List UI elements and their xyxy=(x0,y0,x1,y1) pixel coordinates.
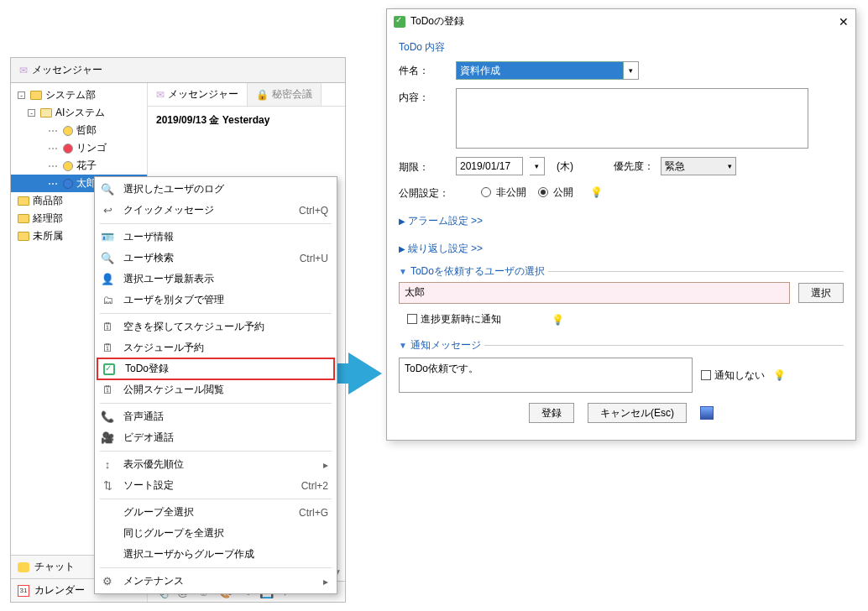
calendar-public-icon: 🗓 xyxy=(100,384,115,396)
folder-icon xyxy=(30,91,42,100)
register-button[interactable]: 登録 xyxy=(529,403,574,423)
phone-icon: 📞 xyxy=(100,410,115,423)
calendar-icon: 31 xyxy=(18,585,29,597)
section-content-title: ToDo 内容 xyxy=(399,37,844,61)
check-icon xyxy=(103,363,115,375)
envelope-icon: ✉ xyxy=(156,89,165,101)
collapse-icon[interactable]: - xyxy=(18,91,25,99)
tree-root[interactable]: - システム部 xyxy=(11,86,147,104)
window-title: メッセンジャー xyxy=(32,63,102,77)
link-alarm[interactable]: アラーム設定 >> xyxy=(399,212,483,233)
ctx-create-group[interactable]: 選択ユーザからグループ作成 xyxy=(95,544,337,565)
person-icon xyxy=(63,126,73,136)
close-icon[interactable]: ✕ xyxy=(839,15,849,29)
bulb-icon[interactable]: 💡 xyxy=(552,314,564,326)
ctx-find-slot[interactable]: 🗓空きを探してスケジュール予約 xyxy=(95,316,337,337)
search-icon: 🔍 xyxy=(100,183,115,196)
ctx-schedule[interactable]: 🗓スケジュール予約 xyxy=(95,337,337,358)
ctx-display-priority[interactable]: ↕表示優先順位▸ xyxy=(95,454,337,475)
bulb-icon[interactable]: 💡 xyxy=(590,186,603,198)
link-repeat[interactable]: 繰り返し設定 >> xyxy=(399,239,483,261)
ctx-voice-call[interactable]: 📞音声通話 xyxy=(95,406,337,427)
radio-public[interactable] xyxy=(538,187,548,197)
ctx-maintenance[interactable]: ⚙メンテナンス▸ xyxy=(95,571,337,592)
label-deadline: 期限： xyxy=(399,158,449,175)
bulb-icon[interactable]: 💡 xyxy=(773,369,786,381)
tree-user[interactable]: ⋯リンゴ xyxy=(11,139,147,157)
selected-user-field[interactable]: 太郎 xyxy=(399,282,790,304)
reply-icon: ↩ xyxy=(100,204,115,217)
ctx-user-latest[interactable]: 👤選択ユーザ最新表示 xyxy=(95,269,337,290)
checkbox-no-notify[interactable]: 通知しない xyxy=(701,368,765,383)
check-icon xyxy=(394,16,405,28)
ctx-user-search[interactable]: 🔍ユーザ検索Ctrl+U xyxy=(95,248,337,269)
subject-input[interactable] xyxy=(456,61,624,80)
deadline-input[interactable] xyxy=(456,157,523,175)
ctx-user-log[interactable]: 🔍選択したユーザのログ xyxy=(95,179,337,200)
select-user-button[interactable]: 選択 xyxy=(798,283,844,303)
chevron-down-icon: ▾ xyxy=(728,162,732,170)
todo-register-dialog: ToDoの登録 ✕ ToDo 内容 件名： ▾ 内容： 期限： ▾ (木) 優先… xyxy=(386,8,856,441)
ctx-user-info[interactable]: 🪪ユーザ情報 xyxy=(95,227,337,248)
label-subject: 件名： xyxy=(399,61,449,78)
collapse-icon[interactable]: - xyxy=(28,109,35,117)
search-icon: 🔍 xyxy=(100,252,115,264)
person-icon xyxy=(63,161,73,171)
notify-message-input[interactable]: ToDo依頼です。 xyxy=(399,358,693,393)
ctx-same-group-select[interactable]: 同じグループを全選択 xyxy=(95,523,337,544)
section-notify-title: 通知メッセージ xyxy=(410,338,481,352)
calendar-search-icon: 🗓 xyxy=(100,321,115,333)
label-visibility: 公開設定： xyxy=(399,184,449,201)
folder-icon xyxy=(18,196,29,206)
tab-secret[interactable]: 🔒 秘密会議 xyxy=(248,83,322,106)
gear-icon: ⚙ xyxy=(100,575,115,588)
card-icon: 🪪 xyxy=(100,231,115,243)
person-icon xyxy=(63,179,73,189)
chevron-down-icon[interactable]: ▼ xyxy=(399,267,407,276)
ctx-video-call[interactable]: 🎥ビデオ通話 xyxy=(95,427,337,448)
ctx-group-select-all[interactable]: グループ全選択Ctrl+G xyxy=(95,502,337,523)
chat-icon xyxy=(18,562,29,572)
ctx-quick-message[interactable]: ↩クイックメッセージCtrl+Q xyxy=(95,200,337,221)
folder-icon xyxy=(18,214,29,223)
person-icon: 👤 xyxy=(100,273,115,285)
tree-user[interactable]: ⋯花子 xyxy=(11,157,147,175)
ctx-todo-register[interactable]: ToDo登録 xyxy=(97,358,335,380)
folder-open-icon xyxy=(40,108,52,118)
content-textarea[interactable] xyxy=(456,88,808,149)
lock-icon: 🔒 xyxy=(256,89,269,101)
checkbox-progress-notify[interactable]: 進捗更新時に通知 xyxy=(407,312,501,326)
weekday-label: (木) xyxy=(557,159,573,174)
ctx-user-tab[interactable]: 🗂ユーザを別タブで管理 xyxy=(95,290,337,311)
radio-private[interactable] xyxy=(481,187,491,197)
tab-messenger[interactable]: ✉ メッセンジャー xyxy=(148,83,248,106)
ctx-public-schedule[interactable]: 🗓公開スケジュール閲覧 xyxy=(95,379,337,400)
priority-select[interactable]: 緊急 ▾ xyxy=(661,157,736,175)
dialog-title: ToDoの登録 xyxy=(410,14,464,29)
label-content: 内容： xyxy=(399,88,449,105)
tree-user[interactable]: ⋯哲郎 xyxy=(11,122,147,139)
sort-icon: ⇅ xyxy=(100,479,115,492)
chevron-down-icon[interactable]: ▾ xyxy=(624,61,639,80)
cancel-button[interactable]: キャンセル(Esc) xyxy=(588,403,687,423)
label-priority: 優先度： xyxy=(614,159,654,174)
video-icon: 🎥 xyxy=(100,431,115,444)
context-menu: 🔍選択したユーザのログ ↩クイックメッセージCtrl+Q 🪪ユーザ情報 🔍ユーザ… xyxy=(94,176,337,594)
folder-icon xyxy=(18,232,29,241)
chevron-down-icon[interactable]: ▼ xyxy=(399,341,407,350)
date-header: 2019/09/13 金 Yesterday xyxy=(148,107,345,134)
dialog-titlebar: ToDoの登録 ✕ xyxy=(387,9,855,34)
chevron-down-icon[interactable]: ▾ xyxy=(530,157,545,175)
section-user-title: ToDoを依頼するユーザの選択 xyxy=(410,264,545,279)
ctx-sort-setting[interactable]: ⇅ソート設定Ctrl+2 xyxy=(95,475,337,496)
save-icon[interactable] xyxy=(700,406,714,420)
sort-icon: ↕ xyxy=(100,458,115,471)
tree-ai[interactable]: - AIシステム xyxy=(11,104,147,122)
envelope-icon: ✉ xyxy=(19,65,28,76)
person-icon xyxy=(63,144,73,154)
tab-icon: 🗂 xyxy=(100,294,115,306)
calendar-icon: 🗓 xyxy=(100,342,115,354)
window-title-bar: ✉ メッセンジャー xyxy=(11,58,345,83)
